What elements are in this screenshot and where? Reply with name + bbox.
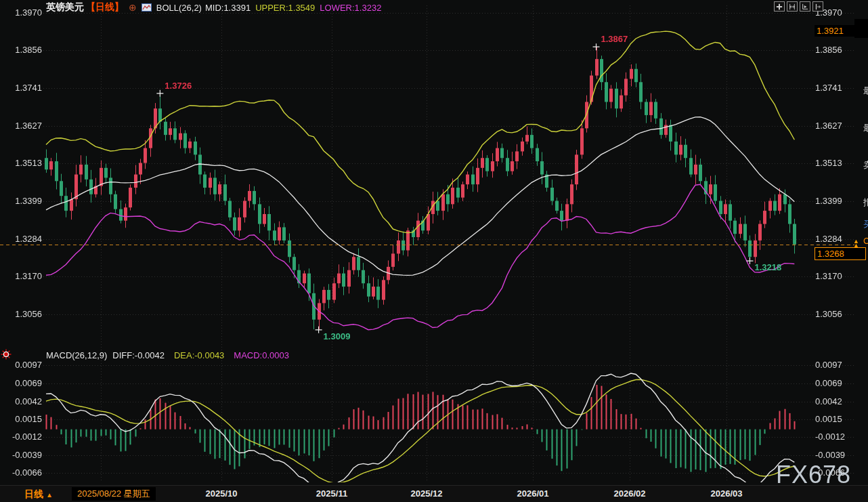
price-tick-label: 1.3056 (0, 309, 42, 319)
macd-diff-value: DIFF:-0.0042 (112, 350, 165, 360)
price-tick-label: 1.3856 (815, 45, 842, 55)
price-tick-label: 1.3970 (0, 7, 42, 18)
price-tick-label: 1.3856 (0, 45, 42, 55)
macd-tick-label: -0.0066 (0, 467, 42, 478)
instrument-name: 英镑美元 (46, 1, 84, 14)
month-tick-label: 2025/10 (206, 488, 238, 499)
fit-width-icon[interactable] (787, 1, 798, 12)
month-tick-label: 2025/11 (316, 488, 347, 499)
month-tick-label: 2026/01 (517, 488, 549, 499)
price-annotation: 1.3867 (601, 34, 628, 44)
side-panel-item: C (863, 236, 868, 246)
price-tick-label: 1.3741 (815, 83, 842, 93)
macd-hist-value: MACD:0.0003 (234, 350, 289, 360)
chart-toolbar (774, 1, 823, 12)
price-annotation: 1.3218 (754, 262, 781, 272)
month-tick-label: 2026/03 (711, 488, 743, 499)
macd-tick-label: -0.0039 (815, 450, 845, 460)
price-tick-label: 1.3284 (815, 234, 842, 244)
price-annotation: 1.3009 (324, 331, 351, 341)
boll-upper-value: UPPER:1.3549 (255, 3, 315, 13)
price-tick-label: 1.3399 (815, 196, 842, 206)
move-tool-icon[interactable] (774, 1, 785, 12)
collapse-circle-icon[interactable]: ⊕ (129, 3, 137, 12)
price-tick-label: 1.3513 (815, 158, 842, 168)
price-pane-header: 英镑美元 【日线】 ⊕ BOLL(26,2) MID:1.3391 UPPER:… (46, 1, 381, 14)
auto-scale-icon[interactable] (800, 1, 810, 12)
side-panel-item: 最 (863, 85, 868, 97)
price-tick-label: 1.3170 (815, 271, 842, 281)
boll-mid-value: MID:1.3391 (205, 3, 251, 13)
macd-tick-label: 0.0069 (815, 378, 842, 388)
month-tick-label: 2025/12 (411, 488, 443, 499)
mini-chart-icon[interactable] (142, 3, 152, 12)
side-panel-block (854, 19, 868, 38)
boll-lower-value: LOWER:1.3232 (320, 3, 381, 13)
time-axis-bar: 日线 ▲ 2025/08/22 星期五 2025/102025/112025/1… (0, 485, 868, 502)
boll-label: BOLL(26,2) (156, 3, 202, 13)
macd-formula: MACD(26,12,9) (46, 350, 107, 360)
chart-canvas[interactable] (0, 0, 868, 502)
price-tick-label: 1.3399 (0, 196, 42, 206)
price-tick-label: 1.3627 (0, 121, 42, 131)
side-panel-item: 卖 (863, 159, 868, 171)
macd-tick-label: 0.0069 (0, 378, 42, 388)
macd-pane-header: MACD(26,12,9) DIFF:-0.0042 DEA:-0.0043 M… (46, 350, 289, 360)
burst-icon[interactable] (0, 348, 12, 363)
macd-tick-label: 0.0015 (0, 414, 42, 424)
period-tag: 【日线】 (86, 1, 124, 14)
macd-tick-label: 0.0097 (815, 360, 842, 370)
price-annotation: 1.3726 (165, 81, 192, 91)
price-tick-label: 1.3170 (0, 271, 42, 281)
macd-tick-label: 0.0042 (0, 396, 42, 406)
price-tick-label: 1.3513 (0, 158, 42, 168)
price-tick-label: 1.3627 (815, 121, 842, 131)
collapsed-side-panel[interactable]: 最最卖报买C (854, 0, 868, 485)
period-up-arrow-icon: ▲ (46, 491, 53, 499)
watermark: FX678 (776, 461, 851, 489)
macd-dea-value: DEA:-0.0043 (174, 350, 224, 360)
macd-tick-label: 0.0015 (815, 414, 842, 424)
macd-tick-label: 0.0042 (815, 396, 842, 406)
period-selector[interactable]: 日线 ▲ (24, 488, 53, 501)
side-panel-item: 买 (863, 218, 868, 230)
price-tick-label: 1.3284 (0, 234, 42, 244)
price-tick-label: 1.3741 (0, 83, 42, 93)
start-date-label: 2025/08/22 星期五 (72, 487, 156, 501)
macd-tick-label: -0.0039 (0, 450, 42, 460)
trading-chart-window: 英镑美元 【日线】 ⊕ BOLL(26,2) MID:1.3391 UPPER:… (0, 0, 868, 502)
month-tick-label: 2026/02 (614, 488, 646, 499)
macd-tick-label: -0.0012 (0, 432, 42, 442)
pan-right-icon[interactable] (812, 1, 823, 12)
macd-tick-label: -0.0012 (815, 432, 845, 442)
side-panel-item: 最 (863, 122, 868, 134)
side-panel-item: 报 (863, 196, 868, 209)
price-tick-label: 1.3056 (815, 309, 842, 319)
